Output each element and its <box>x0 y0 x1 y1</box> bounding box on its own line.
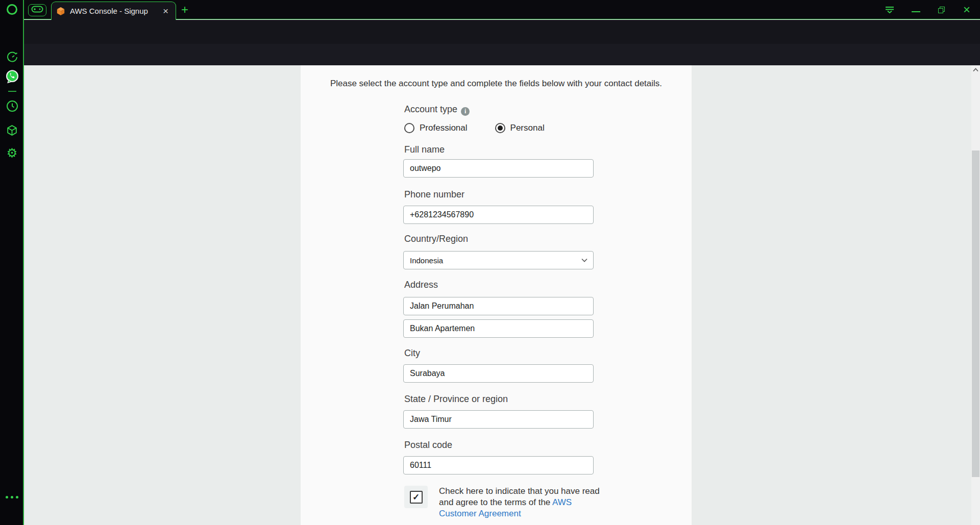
state-input[interactable] <box>403 410 594 429</box>
maximize-button[interactable] <box>933 0 950 19</box>
country-select[interactable]: Indonesia <box>403 251 594 269</box>
phone-input[interactable] <box>403 206 594 224</box>
radio-professional[interactable] <box>404 123 414 133</box>
sidebar-divider <box>0 91 24 92</box>
history-clock-icon[interactable] <box>0 100 24 112</box>
radio-personal[interactable] <box>495 123 505 133</box>
agreement-row: ✓ Check here to indicate that you have r… <box>404 486 605 519</box>
state-label: State / Province or region <box>404 394 508 405</box>
agreement-text: Check here to indicate that you have rea… <box>439 486 605 519</box>
account-type-radios: Professional Personal <box>404 123 545 133</box>
new-tab-button[interactable]: + <box>181 3 188 17</box>
scroll-up-arrow[interactable] <box>971 68 980 75</box>
whatsapp-icon[interactable] <box>0 69 24 84</box>
scrollbar-thumb[interactable] <box>972 151 979 477</box>
postal-input[interactable] <box>403 456 594 474</box>
minimize-button[interactable] <box>907 0 924 19</box>
intro-text: Please select the account type and compl… <box>301 79 692 89</box>
sidebar-setup-dots-icon[interactable] <box>0 496 24 498</box>
close-window-button[interactable]: × <box>958 0 975 19</box>
country-label: Country/Region <box>404 234 468 244</box>
aws-favicon <box>56 7 65 16</box>
chevron-down-icon <box>581 258 587 262</box>
info-icon[interactable]: i <box>461 107 470 116</box>
address-line2-input[interactable] <box>403 319 594 338</box>
account-type-label: Account typei <box>404 104 470 116</box>
page-gutter-left <box>25 65 301 525</box>
sidebar: ⚙ <box>0 0 24 525</box>
page-gutter-right <box>692 65 971 525</box>
settings-gear-icon[interactable]: ⚙ <box>0 147 24 159</box>
phone-label: Phone number <box>404 189 464 200</box>
window-controls: × <box>881 0 975 19</box>
full-name-label: Full name <box>404 144 445 155</box>
signup-card: Please select the account type and compl… <box>301 65 692 525</box>
full-name-input[interactable] <box>403 159 594 178</box>
speed-dial-icon[interactable] <box>0 51 24 63</box>
page-scrollbar[interactable] <box>971 65 980 525</box>
city-input[interactable] <box>403 364 594 383</box>
address-line1-input[interactable] <box>403 297 594 315</box>
gamepad-icon <box>31 5 43 15</box>
extensions-box-icon[interactable] <box>0 124 24 137</box>
opera-logo-icon[interactable] <box>0 4 24 15</box>
gx-corner-button[interactable] <box>28 4 46 16</box>
postal-label: Postal code <box>404 440 452 451</box>
address-label: Address <box>404 280 438 290</box>
browser-tab[interactable]: AWS Console - Signup × <box>51 2 176 20</box>
tab-title: AWS Console - Signup <box>70 7 161 15</box>
city-label: City <box>404 348 420 359</box>
browser-menu-icon[interactable] <box>881 0 898 19</box>
checkmark-icon: ✓ <box>412 492 420 503</box>
bookmarks-bar <box>0 44 980 65</box>
tab-close-icon[interactable]: × <box>161 6 170 16</box>
agreement-checkbox[interactable]: ✓ <box>404 486 428 508</box>
address-bar <box>0 20 980 44</box>
